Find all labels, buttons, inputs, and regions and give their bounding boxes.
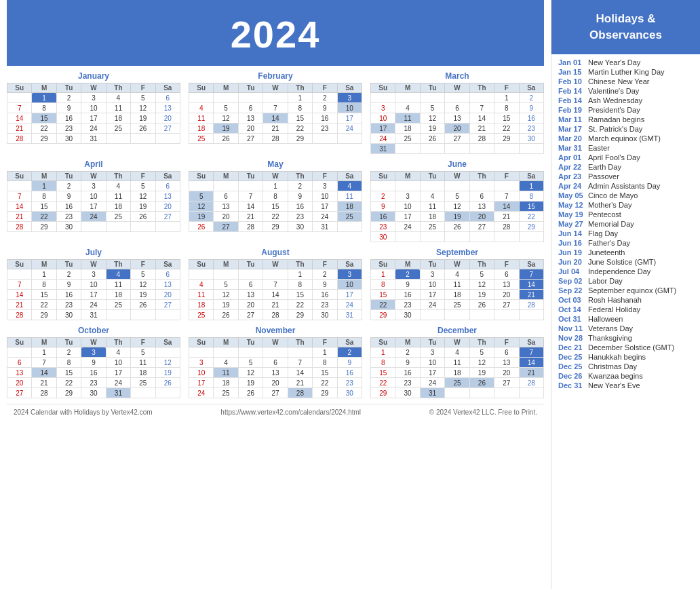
table-cell <box>395 93 420 103</box>
table-cell: 1 <box>519 181 543 191</box>
table-cell: 21 <box>7 212 32 222</box>
table-cell: 21 <box>519 368 543 378</box>
table-cell: 12 <box>238 368 262 378</box>
month-june: June Su M Tu W Th F Sa <box>370 159 544 242</box>
table-cell: 25 <box>189 310 214 320</box>
holiday-date: Dec 26 <box>558 372 588 380</box>
table-cell: 2 <box>519 93 543 103</box>
month-title-may: May <box>189 159 362 169</box>
table-cell: 17 <box>313 202 337 212</box>
table-cell: 17 <box>371 124 395 134</box>
month-september: September Su M Tu W Th F Sa 1 <box>370 248 544 320</box>
holiday-item: Jan 15Martin Luther King Day <box>558 68 693 76</box>
table-cell <box>469 310 494 320</box>
table-cell: 5 <box>131 93 155 103</box>
table-cell: 13 <box>214 202 238 212</box>
table-cell: 29 <box>371 310 395 320</box>
table-cell: 23 <box>519 124 543 134</box>
table-cell: 26 <box>189 222 214 232</box>
table-cell: 18 <box>395 124 420 134</box>
table-cell: 12 <box>131 280 155 290</box>
table-cell <box>494 232 519 242</box>
table-cell <box>420 144 444 154</box>
table-cell: 23 <box>395 378 420 388</box>
table-cell: 25 <box>106 300 130 310</box>
table-cell: 11 <box>189 290 214 300</box>
holiday-name: Martin Luther King Day <box>588 68 665 76</box>
holiday-name: Kwanzaa begins <box>588 372 643 380</box>
holiday-name: Chinese New Year <box>588 77 650 86</box>
table-cell: 3 <box>371 103 395 113</box>
table-cell: 24 <box>420 300 444 310</box>
table-cell <box>469 388 494 398</box>
th-th: Th <box>288 172 312 181</box>
holiday-date: May 27 <box>558 220 588 228</box>
th-f: F <box>494 260 519 269</box>
table-cell: 9 <box>337 358 362 368</box>
th-th: Th <box>106 260 130 269</box>
table-cell: 3 <box>313 181 337 191</box>
table-cell: 15 <box>313 368 337 378</box>
table-cell: 20 <box>263 378 288 388</box>
holiday-date: Sep 22 <box>558 286 588 294</box>
table-cell <box>371 93 395 103</box>
table-cell: 2 <box>56 347 81 358</box>
table-cell: 19 <box>131 113 155 124</box>
holiday-date: Feb 14 <box>558 96 588 104</box>
holiday-item: Apr 23Passover <box>558 172 693 180</box>
table-cell: 18 <box>420 212 444 222</box>
table-cell: 30 <box>56 134 81 144</box>
table-cell: 30 <box>56 222 81 232</box>
table-cell: 18 <box>131 368 155 378</box>
table-cell: 22 <box>32 124 56 134</box>
table-cell: 20 <box>7 378 32 388</box>
holiday-item: Jan 01New Year's Day <box>558 58 693 66</box>
table-cell <box>214 347 238 358</box>
footer-center: https://www.vertex42.com/calendars/2024.… <box>220 408 361 416</box>
table-cell: 24 <box>81 300 106 310</box>
table-cell: 11 <box>420 202 444 212</box>
table-cell: 28 <box>238 222 262 232</box>
month-table-january: Su M Tu W Th F Sa 1 2 3 <box>7 83 180 144</box>
table-cell: 15 <box>371 368 395 378</box>
table-cell: 9 <box>56 191 81 202</box>
table-cell <box>313 134 337 144</box>
footer-left: 2024 Calendar with Holidays by Vertex42.… <box>14 408 153 416</box>
th-m: M <box>32 83 56 93</box>
holidays-list: Jan 01New Year's DayJan 15Martin Luther … <box>551 54 700 589</box>
table-cell: 2 <box>337 347 362 358</box>
th-m: M <box>32 338 56 347</box>
month-october: October Su M Tu W Th F Sa <box>7 326 180 398</box>
table-cell <box>420 181 444 191</box>
holiday-item: Feb 14Valentine's Day <box>558 87 693 95</box>
table-cell: 22 <box>288 124 312 134</box>
table-cell: 9 <box>371 202 395 212</box>
table-cell: 3 <box>81 269 106 280</box>
table-cell: 17 <box>81 113 106 124</box>
holiday-date: Sep 02 <box>558 277 588 285</box>
table-cell <box>189 347 214 358</box>
table-cell: 7 <box>494 191 519 202</box>
table-cell: 16 <box>288 202 312 212</box>
table-cell: 12 <box>420 113 444 124</box>
holiday-name: Juneteenth <box>588 248 625 256</box>
table-cell <box>371 181 395 191</box>
table-cell: 23 <box>56 212 81 222</box>
table-cell <box>131 134 155 144</box>
table-cell: 29 <box>263 222 288 232</box>
holiday-name: March equinox (GMT) <box>588 134 661 142</box>
th-w: W <box>263 172 288 181</box>
month-title-august: August <box>189 248 362 257</box>
holiday-item: Apr 01April Fool's Day <box>558 153 693 162</box>
table-cell: 7 <box>7 280 32 290</box>
table-cell: 13 <box>263 368 288 378</box>
table-cell: 19 <box>131 290 155 300</box>
table-cell: 4 <box>395 103 420 113</box>
th-su: Su <box>189 338 214 347</box>
month-table-august: Su M Tu W Th F Sa <box>189 259 362 320</box>
holiday-name: December Solstice (GMT) <box>588 343 674 352</box>
th-w: W <box>445 338 469 347</box>
table-cell: 10 <box>106 358 130 368</box>
holiday-date: Nov 28 <box>558 334 588 342</box>
table-cell: 16 <box>81 368 106 378</box>
